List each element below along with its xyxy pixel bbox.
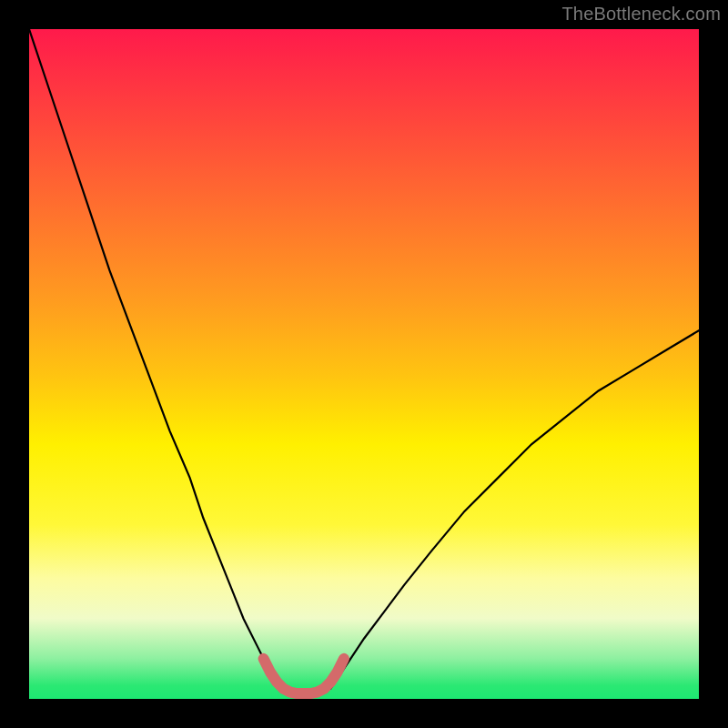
- watermark-text: TheBottleneck.com: [561, 4, 721, 25]
- chart-frame: TheBottleneck.com: [0, 0, 728, 728]
- plot-area: [29, 29, 699, 699]
- bottom-highlight-curve: [264, 659, 344, 693]
- curve-layer: [29, 29, 699, 699]
- left-curve: [29, 29, 284, 689]
- right-curve: [330, 330, 699, 689]
